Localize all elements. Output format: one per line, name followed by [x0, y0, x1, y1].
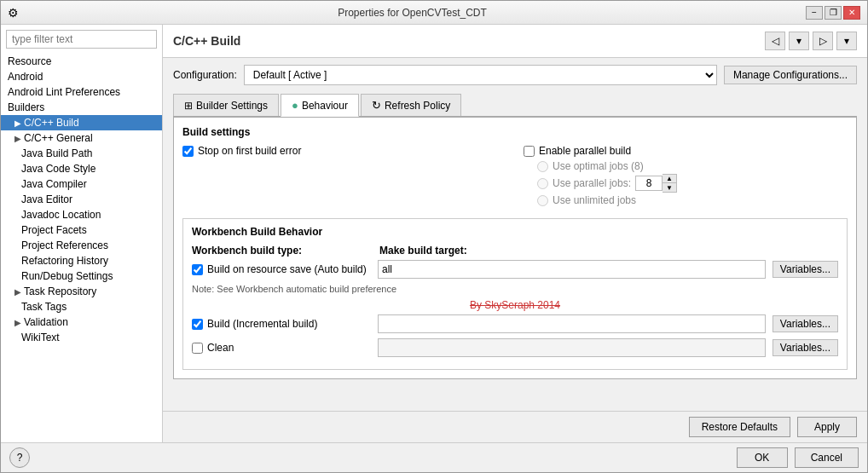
sidebar-item-cpp-build[interactable]: ▶C/C++ Build	[1, 115, 162, 130]
builder-settings-icon: ⊞	[184, 100, 193, 112]
spinner-up-button[interactable]: ▲	[663, 175, 676, 183]
panel-header: C/C++ Build ◁ ▾ ▷ ▾	[163, 25, 867, 58]
sidebar-item-java-code-style[interactable]: Java Code Style	[1, 161, 162, 176]
cancel-button[interactable]: Cancel	[795, 447, 859, 468]
optimal-jobs-row: Use optimal jobs (8)	[524, 160, 848, 172]
apply-button[interactable]: Apply	[797, 417, 857, 437]
tab-behaviour-label: Behaviour	[302, 100, 348, 112]
panel-toolbar: ◁ ▾ ▷ ▾	[765, 32, 857, 50]
unlimited-jobs-row: Use unlimited jobs	[524, 194, 848, 206]
clean-checkbox[interactable]	[192, 343, 203, 354]
incremental-build-input[interactable]	[378, 314, 766, 333]
tab-builder-settings-label: Builder Settings	[196, 100, 268, 112]
properties-dialog: ⚙ Properties for OpenCVTest_CDT − ❐ ✕ Re…	[0, 0, 868, 473]
stop-on-error-checkbox[interactable]	[182, 146, 194, 157]
expand-arrow: ▶	[14, 118, 21, 128]
clean-text: Clean	[207, 342, 234, 354]
sidebar-item-project-references[interactable]: Project References	[1, 238, 162, 253]
title-bar: ⚙ Properties for OpenCVTest_CDT − ❐ ✕	[1, 1, 867, 25]
incremental-build-label: Build (Incremental build)	[192, 318, 371, 330]
window-controls: − ❐ ✕	[806, 6, 860, 20]
stop-on-error-label: Stop on first build error	[198, 145, 301, 157]
clean-input[interactable]	[378, 338, 766, 357]
footer-left: ?	[9, 447, 30, 468]
sidebar-item-project-facets[interactable]: Project Facets	[1, 222, 162, 238]
expand-arrow: ▶	[14, 287, 21, 297]
close-button[interactable]: ✕	[843, 6, 860, 20]
sidebar-item-cpp-general[interactable]: ▶C/C++ General	[1, 130, 162, 146]
spinner-buttons: ▲ ▼	[663, 174, 677, 193]
bottom-toolbar: Restore Defaults Apply	[163, 411, 867, 442]
parallel-jobs-spinner: ▲ ▼	[635, 174, 677, 193]
sidebar-item-resource[interactable]: Resource	[1, 54, 162, 69]
auto-build-input[interactable]	[378, 260, 766, 279]
panel-content: Configuration: Default [ Active ] Manage…	[163, 58, 867, 411]
sidebar-item-wikitext[interactable]: WikiText	[1, 330, 162, 345]
note-text: Note: See Workbench automatic build pref…	[192, 284, 396, 294]
workbench-row-auto-build: Build on resource save (Auto build) Vari…	[192, 260, 838, 279]
sidebar: Resource Android Android Lint Preference…	[1, 25, 163, 442]
config-row: Configuration: Default [ Active ] Manage…	[173, 65, 857, 85]
tab-behaviour[interactable]: ● Behaviour	[281, 94, 359, 117]
incremental-build-text: Build (Incremental build)	[207, 318, 317, 330]
enable-parallel-checkbox[interactable]	[524, 146, 535, 157]
sidebar-item-android-lint[interactable]: Android Lint Preferences	[1, 84, 162, 100]
minimize-button[interactable]: −	[806, 6, 823, 20]
sidebar-item-refactoring[interactable]: Refactoring History	[1, 253, 162, 268]
sidebar-item-java-build[interactable]: Java Build Path	[1, 146, 162, 161]
spinner-down-button[interactable]: ▼	[663, 183, 676, 192]
help-button[interactable]: ?	[9, 447, 30, 468]
optimal-jobs-radio[interactable]	[537, 161, 548, 172]
refresh-policy-icon: ↻	[372, 99, 381, 112]
manage-configurations-button[interactable]: Manage Configurations...	[724, 66, 857, 84]
config-select[interactable]: Default [ Active ]	[244, 65, 717, 85]
forward-dropdown-button[interactable]: ▾	[836, 32, 857, 50]
workbench-row-incremental: Build (Incremental build) Variables...	[192, 314, 838, 333]
watermark: By SkySeraph 2014	[192, 299, 838, 311]
incremental-variables-button[interactable]: Variables...	[773, 315, 838, 332]
sidebar-item-java-editor[interactable]: Java Editor	[1, 192, 162, 207]
enable-parallel-label: Enable parallel build	[539, 145, 631, 157]
incremental-build-checkbox[interactable]	[192, 319, 203, 330]
workbench-section: Workbench Build Behavior Workbench build…	[182, 218, 848, 370]
back-dropdown-button[interactable]: ▾	[789, 32, 809, 50]
auto-build-checkbox[interactable]	[192, 264, 203, 275]
build-settings-title: Build settings	[182, 126, 848, 138]
sidebar-item-javadoc[interactable]: Javadoc Location	[1, 207, 162, 222]
restore-defaults-button[interactable]: Restore Defaults	[689, 417, 790, 437]
parallel-jobs-input[interactable]	[635, 176, 663, 191]
sidebar-item-java-compiler[interactable]: Java Compiler	[1, 176, 162, 192]
expand-arrow: ▶	[14, 134, 21, 143]
sidebar-item-task-tags[interactable]: Task Tags	[1, 299, 162, 314]
workbench-title: Workbench Build Behavior	[192, 226, 838, 238]
window-title: Properties for OpenCVTest_CDT	[19, 7, 806, 19]
clean-variables-button[interactable]: Variables...	[773, 339, 838, 356]
unlimited-jobs-radio[interactable]	[537, 195, 548, 206]
behaviour-icon: ●	[292, 99, 298, 112]
sidebar-item-builders[interactable]: Builders	[1, 100, 162, 115]
sidebar-item-task-repo[interactable]: ▶Task Repository	[1, 284, 162, 299]
sidebar-item-run-debug[interactable]: Run/Debug Settings	[1, 268, 162, 284]
auto-build-label: Build on resource save (Auto build)	[192, 263, 371, 275]
sidebar-item-android[interactable]: Android	[1, 69, 162, 84]
forward-button[interactable]: ▷	[813, 32, 833, 50]
tab-builder-settings[interactable]: ⊞ Builder Settings	[173, 94, 279, 116]
tab-refresh-policy[interactable]: ↻ Refresh Policy	[361, 94, 461, 116]
workbench-col-build-type: Workbench build type:	[192, 245, 379, 257]
restore-button[interactable]: ❐	[825, 6, 842, 20]
enable-parallel-row: Enable parallel build	[524, 145, 848, 157]
main-content: Resource Android Android Lint Preference…	[1, 25, 867, 442]
build-left: Stop on first build error	[182, 145, 506, 208]
parallel-jobs-radio[interactable]	[537, 178, 548, 189]
workbench-col-make-target: Make build target:	[379, 245, 838, 257]
sidebar-item-validation[interactable]: ▶Validation	[1, 314, 162, 330]
parallel-jobs-row: Use parallel jobs: ▲ ▼	[524, 174, 848, 193]
tabs: ⊞ Builder Settings ● Behaviour ↻ Refresh…	[173, 94, 857, 117]
dialog-footer: ? OK Cancel	[1, 442, 867, 472]
auto-build-variables-button[interactable]: Variables...	[773, 261, 838, 278]
filter-input[interactable]	[6, 30, 157, 49]
back-button[interactable]: ◁	[765, 32, 785, 50]
ok-button[interactable]: OK	[737, 447, 788, 468]
right-panel: C/C++ Build ◁ ▾ ▷ ▾ Configuration: Defau…	[163, 25, 867, 442]
workbench-row-clean: Clean Variables...	[192, 338, 838, 357]
